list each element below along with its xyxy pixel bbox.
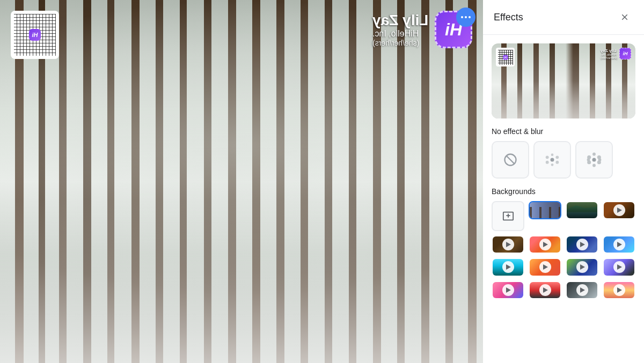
qr-code: iH — [11, 11, 59, 59]
background-5-image — [493, 236, 523, 253]
svg-point-16 — [587, 158, 590, 161]
play-overlay-15 — [567, 282, 597, 298]
svg-point-9 — [592, 158, 596, 162]
background-11-button[interactable] — [566, 258, 598, 276]
background-11-image — [567, 259, 597, 275]
background-9-image — [493, 259, 523, 275]
svg-point-15 — [592, 164, 596, 167]
play-circle-16 — [613, 284, 625, 296]
video-container: iH Lily Zay HiHello, Inc. (she/her/hers)… — [0, 0, 483, 363]
backgrounds-section-title: Backgrounds — [492, 187, 635, 196]
background-6-button[interactable] — [529, 235, 561, 254]
background-15-button[interactable] — [566, 281, 598, 299]
effects-panel: Effects iH — [483, 0, 644, 363]
preview-name-card: Lily Zay HiHello, Inc. (she/her/hers) iH — [601, 48, 631, 60]
background-14-button[interactable] — [529, 281, 561, 299]
more-options-button[interactable] — [456, 8, 475, 27]
company-name: HiHello, Inc. — [372, 29, 428, 39]
background-7-image — [567, 236, 597, 253]
no-effect-button[interactable] — [492, 141, 529, 179]
background-10-button[interactable] — [529, 258, 561, 276]
play-circle-11 — [576, 261, 588, 273]
play-overlay-7 — [567, 236, 597, 253]
preview-pronouns: (she/her/hers) — [601, 56, 617, 60]
background-8-image — [604, 236, 634, 253]
svg-line-1 — [507, 156, 514, 164]
name-text: Lily Zay HiHello, Inc. (she/her/hers) — [372, 12, 428, 47]
background-2-image — [530, 202, 560, 218]
background-2-button[interactable] — [529, 201, 561, 219]
svg-point-17 — [598, 158, 602, 161]
background-7-button[interactable] — [566, 235, 598, 254]
svg-point-2 — [551, 158, 554, 162]
svg-point-5 — [546, 161, 549, 164]
play-circle-9 — [502, 261, 514, 273]
play-circle-12 — [613, 261, 625, 273]
background-3-image — [567, 202, 597, 218]
effects-title: Effects — [494, 12, 523, 23]
backgrounds-grid — [492, 201, 635, 299]
background-5-button[interactable] — [492, 235, 524, 254]
play-overlay-13 — [493, 282, 523, 298]
svg-point-8 — [551, 164, 554, 166]
play-circle-15 — [576, 284, 588, 296]
play-circle-7 — [576, 239, 588, 250]
background-16-button[interactable] — [603, 281, 635, 299]
effects-header: Effects — [483, 0, 644, 35]
background-6-image — [530, 236, 560, 253]
strong-blur-icon — [587, 152, 602, 167]
qr-logo: iH — [29, 29, 41, 41]
no-effect-section-title: No effect & blur — [492, 127, 635, 136]
background-4-button[interactable] — [603, 201, 635, 219]
play-overlay-6 — [530, 236, 560, 253]
play-overlay-5 — [493, 236, 523, 253]
background-3-button[interactable] — [566, 201, 598, 219]
preview-name: Lily Zay — [601, 48, 617, 53]
preview-hihello-logo: iH — [619, 48, 631, 60]
play-overlay-10 — [530, 259, 560, 275]
play-overlay-11 — [567, 259, 597, 275]
background-13-image — [493, 282, 523, 298]
background-10-image — [530, 259, 560, 275]
play-overlay-16 — [604, 282, 634, 298]
video-background: iH Lily Zay HiHello, Inc. (she/her/hers)… — [0, 0, 483, 363]
background-12-image — [604, 259, 634, 275]
play-overlay-9 — [493, 259, 523, 275]
close-icon — [620, 12, 630, 22]
background-12-button[interactable] — [603, 258, 635, 276]
background-16-image — [604, 282, 634, 298]
background-4-image — [604, 202, 634, 218]
preview-company: HiHello, Inc. — [601, 53, 617, 56]
slight-blur-button[interactable] — [533, 141, 571, 179]
preview-qr: iH — [496, 48, 515, 66]
play-overlay-8 — [604, 236, 634, 253]
add-background-button[interactable] — [492, 201, 524, 231]
play-overlay-12 — [604, 259, 634, 275]
no-effect-row — [492, 141, 635, 179]
background-8-button[interactable] — [603, 235, 635, 254]
slight-blur-icon — [545, 152, 560, 167]
play-circle-14 — [539, 284, 551, 296]
no-effect-icon — [503, 152, 518, 167]
fog-overlay — [0, 0, 483, 363]
background-9-button[interactable] — [492, 258, 524, 276]
preview-qr-logo: iH — [503, 55, 508, 60]
strong-blur-button[interactable] — [575, 141, 613, 179]
play-circle-8 — [613, 239, 625, 250]
play-overlay-4 — [604, 202, 634, 218]
svg-point-7 — [551, 153, 554, 156]
background-13-button[interactable] — [492, 281, 524, 299]
svg-point-4 — [555, 155, 559, 159]
pronouns: (she/her/hers) — [372, 39, 428, 47]
add-background-icon — [502, 210, 514, 222]
svg-point-3 — [546, 155, 549, 159]
effects-body: iH Lily Zay HiHello, Inc. (she/her/hers)… — [483, 35, 644, 363]
play-circle-6 — [539, 239, 551, 250]
play-circle-13 — [502, 284, 514, 296]
svg-point-14 — [592, 153, 596, 156]
close-effects-button[interactable] — [616, 9, 633, 26]
play-circle-10 — [539, 261, 551, 273]
background-15-image — [567, 282, 597, 298]
effects-preview: iH Lily Zay HiHello, Inc. (she/her/hers)… — [492, 43, 635, 118]
play-circle-4 — [613, 204, 625, 216]
